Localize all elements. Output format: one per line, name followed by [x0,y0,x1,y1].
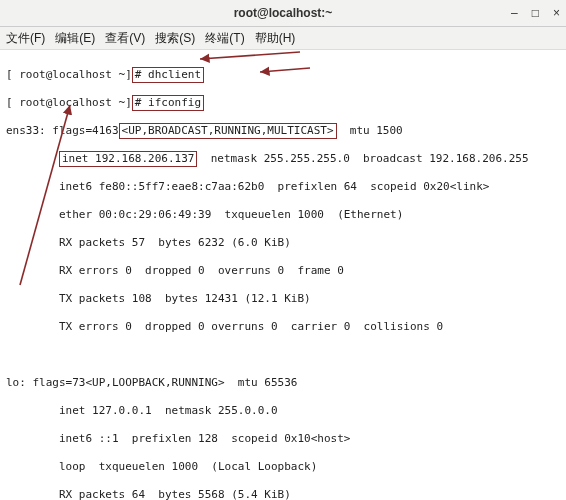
cmd-dhclient-box: # dhclient [132,67,204,83]
ens33-line: RX packets 57 bytes 6232 (6.0 KiB) [6,236,560,250]
window-minimize-button[interactable]: – [511,6,518,20]
window-titlebar: root@localhost:~ – □ × [0,0,566,27]
ens33-line: ether 00:0c:29:06:49:39 txqueuelen 1000 … [6,208,560,222]
lo-line: lo: flags=73<UP,LOOPBACK,RUNNING> mtu 65… [6,376,560,390]
ens33-inet: inet 192.168.206.137 netmask 255.255.255… [6,152,560,166]
menu-term[interactable]: 终端(T) [205,30,244,47]
lo-line: inet6 ::1 prefixlen 128 scopeid 0x10<hos… [6,432,560,446]
blank-line [6,348,560,362]
menu-view[interactable]: 查看(V) [105,30,145,47]
lo-line: loop txqueuelen 1000 (Local Loopback) [6,460,560,474]
ens33-line: inet6 fe80::5ff7:eae8:c7aa:62b0 prefixle… [6,180,560,194]
lo-line: RX packets 64 bytes 5568 (5.4 KiB) [6,488,560,500]
window-maximize-button[interactable]: □ [532,6,539,20]
window-title: root@localhost:~ [0,6,566,20]
svg-line-0 [200,52,300,59]
cmd-ifconfig-box: # ifconfig [132,95,204,111]
ens33-line: TX errors 0 dropped 0 overruns 0 carrier… [6,320,560,334]
menu-search[interactable]: 搜索(S) [155,30,195,47]
menu-help[interactable]: 帮助(H) [255,30,296,47]
ens33-line: TX packets 108 bytes 12431 (12.1 KiB) [6,292,560,306]
prompt-line-2: [ root@localhost ~]# ifconfig [6,96,560,110]
menu-edit[interactable]: 编辑(E) [55,30,95,47]
prompt-line-1: [ root@localhost ~]# dhclient [6,68,560,82]
lo-line: inet 127.0.0.1 netmask 255.0.0.0 [6,404,560,418]
menu-file[interactable]: 文件(F) [6,30,45,47]
window-close-button[interactable]: × [553,6,560,20]
menubar: 文件(F) 编辑(E) 查看(V) 搜索(S) 终端(T) 帮助(H) [0,27,566,50]
ens33-header: ens33: flags=4163<UP,BROADCAST,RUNNING,M… [6,124,560,138]
ens33-inet-box: inet 192.168.206.137 [59,151,197,167]
ens33-line: RX errors 0 dropped 0 overruns 0 frame 0 [6,264,560,278]
ens33-flags-box: <UP,BROADCAST,RUNNING,MULTICAST> [119,123,337,139]
terminal-area[interactable]: [ root@localhost ~]# dhclient [ root@loc… [0,50,566,500]
